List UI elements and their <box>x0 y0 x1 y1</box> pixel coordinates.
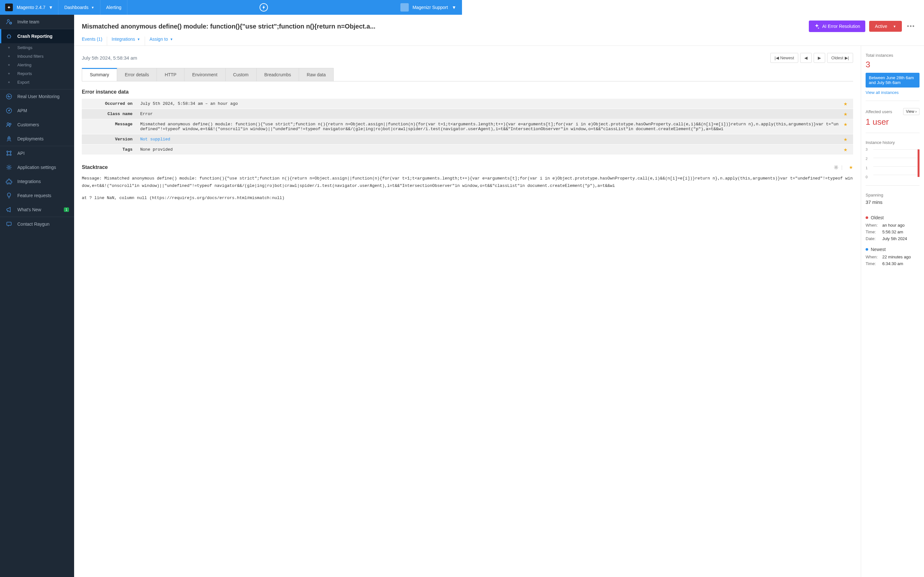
dot-icon: • <box>5 46 13 50</box>
svg-point-13 <box>8 166 10 168</box>
content-main: July 5th 2024, 5:58:34 am |◀Newest ◀ ▶ O… <box>74 46 462 288</box>
row-version: Version Not supplied ★ <box>82 134 462 145</box>
subnav-events[interactable]: Events (1) <box>82 37 107 45</box>
chevron-down-icon: ▼ <box>49 5 53 10</box>
megaphone-icon <box>5 206 13 213</box>
sidebar-integrations[interactable]: Integrations <box>0 174 74 189</box>
svg-point-9 <box>7 151 8 152</box>
section-stacktrace: Stacktrace <box>82 164 462 170</box>
main: Mismatched anonymous define() module: fu… <box>74 15 462 288</box>
bulb-icon <box>5 192 13 199</box>
whatsnew-badge: 1 <box>64 207 69 212</box>
row-message: Message Mismatched anonymous define() mo… <box>82 119 462 134</box>
puzzle-icon <box>5 177 13 185</box>
svg-point-12 <box>10 154 11 155</box>
bug-icon <box>5 32 13 40</box>
stack-frame: at ? line NaN, column null (https://requ… <box>82 194 462 201</box>
sidebar-contact[interactable]: Contact Raygun <box>0 217 74 231</box>
sidebar-apm[interactable]: APM <box>0 103 74 118</box>
sidebar-customers[interactable]: Customers <box>0 118 74 132</box>
sidebar: Invite team Crash Reporting •Settings •I… <box>0 15 74 288</box>
dot-icon: • <box>5 72 13 76</box>
chevron-down-icon: ▼ <box>170 37 173 41</box>
stack-message: Message: Mismatched anonymous define() m… <box>82 175 462 190</box>
page-header: Mismatched anonymous define() module: fu… <box>74 15 462 46</box>
chevron-down-icon: ▼ <box>452 5 456 10</box>
dashboards-menu[interactable]: Dashboards▼ <box>58 0 100 15</box>
sidebar-whats-new[interactable]: What's New 1 <box>0 203 74 217</box>
sidebar-app-settings[interactable]: Application settings <box>0 160 74 174</box>
tab-error-details[interactable]: Error details <box>117 68 157 81</box>
avatar <box>401 3 409 11</box>
sidebar-rum[interactable]: Real User Monitoring <box>0 89 74 103</box>
topbar: ✦ Magento 2.4.7 ▼ Dashboards▼ Alerting M… <box>0 0 462 15</box>
sidebar-sub-export[interactable]: •Export <box>0 78 74 87</box>
pulse-icon <box>5 93 13 100</box>
section-instance-data: Error instance data <box>82 89 462 95</box>
subnav-integrations[interactable]: Integrations▼ <box>111 37 145 45</box>
svg-point-5 <box>9 110 10 111</box>
user-menu[interactable]: Magenizr Support ▼ <box>401 3 462 11</box>
page-title: Mismatched anonymous define() module: fu… <box>82 23 462 30</box>
detail-tabs: Summary Error details HTTP Environment C… <box>82 68 462 81</box>
row-occurred: Occurred on July 5th 2024, 5:58:34 am – … <box>82 99 462 109</box>
chevron-down-icon: ▼ <box>137 37 140 41</box>
stacktrace-body: Message: Mismatched anonymous define() m… <box>82 175 462 201</box>
tab-breadcrumbs[interactable]: Breadcrumbs <box>256 68 299 81</box>
svg-point-8 <box>9 138 10 139</box>
invite-icon <box>5 18 13 26</box>
chevron-down-icon: ▼ <box>91 6 94 9</box>
sidebar-sub-settings[interactable]: •Settings <box>0 43 74 52</box>
topbar-center <box>128 3 400 11</box>
row-classname: Class name Error ★ <box>82 109 462 119</box>
tab-summary[interactable]: Summary <box>82 68 117 81</box>
gauge-icon <box>5 107 13 114</box>
alerting-menu[interactable]: Alerting <box>100 0 128 15</box>
instance-data-table: Occurred on July 5th 2024, 5:58:34 am – … <box>82 99 462 155</box>
chat-icon <box>5 220 13 228</box>
row-tags: Tags None provided ★ <box>82 145 462 155</box>
svg-point-7 <box>10 123 11 125</box>
app-name: Magento 2.4.7 <box>17 5 45 10</box>
sidebar-sub-inbound[interactable]: •Inbound filters <box>0 52 74 61</box>
dot-icon: • <box>5 81 13 84</box>
sidebar-feature-requests[interactable]: Feature requests <box>0 189 74 203</box>
sidebar-sub-alerting[interactable]: •Alerting <box>0 61 74 69</box>
tab-custom[interactable]: Custom <box>225 68 257 81</box>
svg-point-6 <box>7 123 9 125</box>
svg-point-10 <box>10 151 11 152</box>
rocket-icon <box>5 135 13 143</box>
sidebar-sub-reports[interactable]: •Reports <box>0 69 74 78</box>
version-link[interactable]: Not supplied <box>140 137 170 142</box>
sidebar-deployments[interactable]: Deployments <box>0 132 74 146</box>
svg-point-0 <box>7 19 9 21</box>
api-icon <box>5 149 13 157</box>
sidebar-crash-reporting[interactable]: Crash Reporting <box>0 29 74 43</box>
raygun-logo-icon[interactable] <box>260 3 268 11</box>
gear-icon <box>5 163 13 171</box>
sidebar-api[interactable]: API <box>0 146 74 160</box>
tab-raw-data[interactable]: Raw data <box>299 68 334 81</box>
magento-icon: ✦ <box>5 3 13 11</box>
dot-icon: • <box>5 63 13 67</box>
sidebar-invite-team[interactable]: Invite team <box>0 15 74 29</box>
svg-rect-14 <box>7 222 11 226</box>
users-icon <box>5 121 13 129</box>
tab-environment[interactable]: Environment <box>184 68 226 81</box>
svg-point-3 <box>6 94 11 99</box>
tab-http[interactable]: HTTP <box>157 68 184 81</box>
app-selector[interactable]: ✦ Magento 2.4.7 ▼ <box>0 0 58 15</box>
dot-icon: • <box>5 55 13 58</box>
instance-timestamp: July 5th 2024, 5:58:34 am <box>82 55 137 61</box>
svg-point-11 <box>7 154 8 155</box>
subnav-assign[interactable]: Assign to▼ <box>150 37 178 45</box>
